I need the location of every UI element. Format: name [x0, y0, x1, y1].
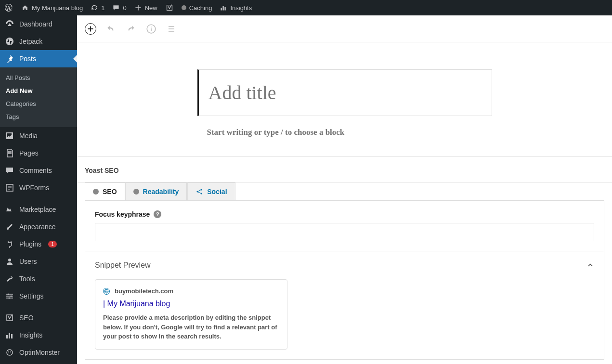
svg-point-3 — [8, 294, 9, 295]
outline-button[interactable] — [166, 23, 177, 35]
media-icon — [5, 131, 14, 141]
insights-toolbar[interactable]: Insights — [216, 0, 256, 15]
sidebar-pages[interactable]: Pages — [0, 144, 77, 162]
yoast-icon — [165, 3, 174, 12]
comments[interactable]: 0 — [108, 0, 130, 15]
sidebar-dashboard[interactable]: Dashboard — [0, 15, 77, 33]
focus-keyphrase-input[interactable] — [95, 223, 594, 241]
svg-point-2 — [8, 259, 11, 261]
sidebar-insights[interactable]: Insights — [0, 326, 77, 344]
sidebar-marketplace[interactable]: Marketplace — [0, 201, 77, 218]
sidebar-jetpack[interactable]: Jetpack — [0, 33, 77, 50]
sidebar-media[interactable]: Media — [0, 127, 77, 144]
info-button[interactable] — [145, 23, 157, 35]
sidebar-appearance[interactable]: Appearance — [0, 218, 77, 235]
redo-button[interactable] — [125, 23, 137, 35]
snippet-title: | My Marijuana blog — [103, 299, 279, 308]
yoast-tabs: SEO Readability Social — [85, 182, 612, 200]
tab-seo[interactable]: SEO — [85, 182, 125, 200]
yoast-title: Yoast SEO — [85, 167, 604, 174]
list-icon — [167, 24, 176, 34]
svg-point-0 — [6, 38, 13, 45]
sidebar-add-new[interactable]: Add New — [0, 84, 77, 97]
sidebar-users[interactable]: Users — [0, 253, 77, 270]
jetpack-icon — [5, 37, 14, 46]
site-name[interactable]: My Marijuana blog — [17, 0, 87, 15]
plug-icon — [5, 239, 14, 249]
plus-icon — [134, 4, 142, 12]
add-block-button[interactable] — [85, 23, 96, 35]
sidebar-plugins[interactable]: Plugins1 — [0, 235, 77, 253]
svg-point-11 — [201, 189, 202, 190]
focus-keyphrase-panel: Focus keyphrase? — [85, 200, 604, 251]
sliders-icon — [5, 291, 14, 301]
svg-point-7 — [8, 351, 9, 352]
admin-sidebar: Dashboard Jetpack Posts All Posts Add Ne… — [0, 15, 77, 364]
updates[interactable]: 1 — [87, 0, 108, 15]
pin-icon — [5, 54, 14, 64]
yoast-seo-icon — [5, 313, 14, 323]
wpforms-icon — [5, 183, 14, 193]
tab-social[interactable]: Social — [187, 182, 235, 200]
globe-icon — [103, 288, 110, 295]
help-icon[interactable]: ? — [154, 210, 161, 218]
sidebar-tools[interactable]: Tools — [0, 270, 77, 287]
editor-area: Start writing or type / to choose a bloc… — [77, 42, 612, 157]
svg-point-10 — [197, 191, 198, 192]
sidebar-all-posts[interactable]: All Posts — [0, 71, 77, 84]
svg-point-8 — [10, 351, 11, 352]
snippet-description: Please provide a meta description by edi… — [103, 313, 279, 341]
redo-icon — [126, 24, 136, 34]
sidebar-posts-submenu: All Posts Add New Categories Tags — [0, 67, 77, 127]
brush-icon — [5, 222, 14, 232]
comments-icon — [5, 166, 14, 175]
dashboard-icon — [5, 19, 14, 29]
sidebar-tags[interactable]: Tags — [0, 110, 77, 123]
new-content[interactable]: New — [130, 0, 161, 15]
home-icon — [21, 4, 29, 12]
sidebar-comments[interactable]: Comments — [0, 162, 77, 179]
plugins-badge: 1 — [48, 241, 57, 247]
wp-logo[interactable] — [0, 0, 17, 15]
yoast-panel-header: Yoast SEO — [77, 157, 612, 182]
post-body-placeholder[interactable]: Start writing or type / to choose a bloc… — [197, 116, 492, 137]
readability-status-dot — [133, 189, 139, 195]
insights-icon — [5, 330, 14, 340]
pages-icon — [5, 148, 14, 158]
snippet-domain: buymobiletech.com — [103, 287, 279, 295]
snippet-preview-section: Snippet Preview buymobiletech.com | My M… — [85, 251, 604, 360]
comment-icon — [112, 4, 120, 12]
sidebar-categories[interactable]: Categories — [0, 97, 77, 110]
admin-toolbar: My Marijuana blog 1 0 New Caching Insigh… — [0, 0, 612, 15]
caching[interactable]: Caching — [178, 0, 216, 15]
svg-point-4 — [11, 296, 12, 297]
svg-point-6 — [7, 350, 13, 355]
wrench-icon — [5, 274, 14, 284]
caching-dot-icon — [182, 5, 186, 10]
undo-button[interactable] — [105, 23, 117, 35]
refresh-icon — [91, 4, 98, 12]
svg-point-12 — [201, 193, 202, 194]
editor-toolbar — [77, 15, 612, 42]
snippet-preview-toggle[interactable]: Snippet Preview — [95, 261, 594, 270]
post-title-input[interactable] — [208, 81, 482, 104]
sidebar-settings[interactable]: Settings — [0, 287, 77, 305]
post-title-block[interactable] — [197, 69, 492, 116]
yoast-toolbar[interactable] — [161, 0, 178, 15]
sidebar-wpforms[interactable]: WPForms — [0, 179, 77, 196]
wordpress-icon — [4, 3, 13, 13]
info-icon — [146, 24, 156, 34]
tab-readability[interactable]: Readability — [125, 182, 187, 200]
sidebar-posts[interactable]: Posts — [0, 50, 77, 67]
seo-status-dot — [93, 189, 99, 195]
sidebar-optinmonster[interactable]: OptinMonster — [0, 344, 77, 361]
plus-icon — [86, 25, 95, 33]
sidebar-seo[interactable]: SEO — [0, 309, 77, 326]
undo-icon — [105, 24, 116, 34]
chevron-up-icon — [586, 261, 594, 269]
user-icon — [5, 257, 14, 266]
share-icon — [195, 188, 203, 195]
chart-icon — [220, 4, 227, 12]
main-content: Start writing or type / to choose a bloc… — [77, 15, 612, 364]
marketplace-icon — [5, 205, 14, 214]
